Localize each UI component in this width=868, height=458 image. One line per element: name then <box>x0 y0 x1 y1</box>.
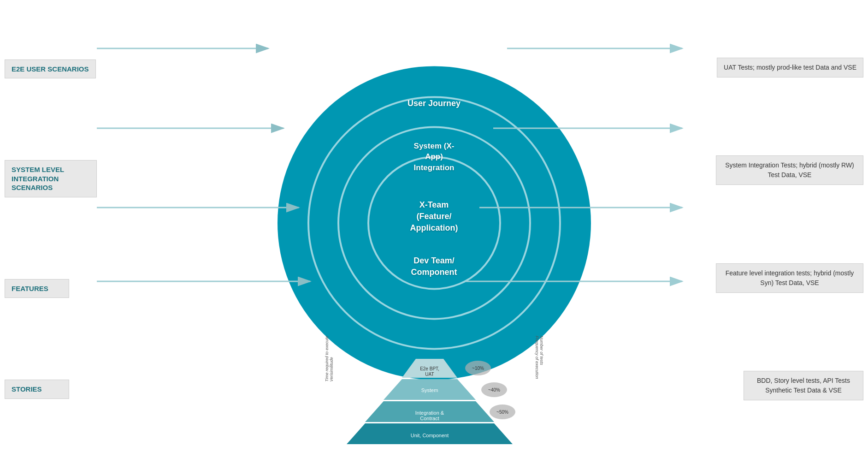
svg-text:~10%: ~10% <box>472 366 484 371</box>
svg-text:Unit, Component: Unit, Component <box>410 433 449 438</box>
label-system: SYSTEM LEVEL INTEGRATION SCENARIOS <box>5 160 97 197</box>
left-labels-container: E2E USER SCENARIOS SYSTEM LEVEL INTEGRAT… <box>5 0 97 458</box>
svg-text:Integration &: Integration & <box>415 410 444 416</box>
svg-text:System: System <box>421 387 438 393</box>
right-label-feature-int: Feature level integration tests; hybrid … <box>716 263 863 293</box>
label-stories: STORIES <box>5 380 69 399</box>
label-e2e: E2E USER SCENARIOS <box>5 59 96 79</box>
svg-text:E2e BPT,: E2e BPT, <box>420 366 439 371</box>
right-label-uat: UAT Tests; mostly prod-like test Data an… <box>717 58 863 77</box>
right-label-bdd: BDD, Story level tests, API Tests Synthe… <box>744 371 863 400</box>
svg-text:~50%: ~50% <box>496 410 508 415</box>
svg-text:~40%: ~40% <box>488 387 500 393</box>
main-container: E2E USER SCENARIOS SYSTEM LEVEL INTEGRAT… <box>0 0 868 458</box>
svg-text:UAT: UAT <box>425 372 434 377</box>
right-labels-container: UAT Tests; mostly prod-like test Data an… <box>716 0 863 458</box>
pyramid-right-label: Number of tests Frequency of execution <box>535 336 544 379</box>
circle-4 <box>367 156 501 290</box>
right-label-system-int: System Integration Tests; hybrid (mostly… <box>716 155 863 185</box>
label-features: FEATURES <box>5 279 69 298</box>
pyramid-container: Time required to execute Verisimilitude … <box>324 329 545 458</box>
svg-text:Contract: Contract <box>420 416 439 421</box>
pyramid-inner: Time required to execute Verisimilitude … <box>324 329 545 458</box>
pyramid-svg: Unit, Component Integration & Contract S… <box>337 333 522 453</box>
pyramid-left-label: Time required to execute Verisimilitude <box>325 336 334 381</box>
